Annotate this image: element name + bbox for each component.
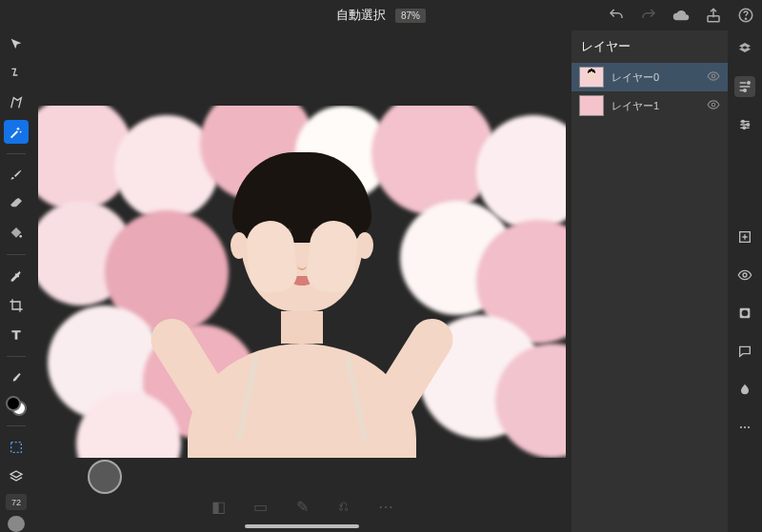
type-tool[interactable] [4, 324, 29, 347]
layer-thumbnail [579, 67, 604, 88]
option-3-icon[interactable]: ✎ [293, 498, 311, 515]
magic-wand-tool[interactable] [4, 120, 29, 144]
brush-preview[interactable] [8, 516, 25, 532]
marquee-icon[interactable] [4, 436, 29, 460]
eraser-tool[interactable] [4, 192, 29, 216]
option-1-icon[interactable]: ◧ [210, 498, 227, 515]
undo-icon[interactable] [608, 7, 625, 24]
option-2-icon[interactable]: ▭ [251, 498, 269, 515]
layer-row-1[interactable]: レイヤー1 [572, 91, 728, 120]
properties-tab-icon[interactable] [734, 76, 755, 97]
left-toolbar: 72 [0, 30, 32, 532]
crop-tool[interactable] [4, 294, 29, 318]
mask-icon[interactable] [734, 303, 755, 324]
adjustments-tab-icon[interactable] [734, 114, 755, 135]
svg-point-16 [740, 426, 742, 428]
svg-point-8 [744, 89, 747, 92]
svg-point-5 [712, 74, 715, 78]
add-icon[interactable] [734, 227, 755, 247]
cloud-icon[interactable] [672, 7, 690, 24]
layer-label: レイヤー1 [612, 99, 659, 113]
layer-thumbnail [579, 95, 604, 116]
layers-panel-title: レイヤー [572, 30, 728, 63]
canvas-area[interactable]: ◧ ▭ ✎ ⎌ ⋯ [32, 30, 572, 532]
options-bar: ◧ ▭ ✎ ⎌ ⋯ [210, 498, 394, 515]
svg-point-13 [743, 273, 747, 277]
top-bar: 自動選択 87% [0, 0, 762, 30]
svg-point-15 [742, 310, 749, 317]
color-swatch[interactable] [6, 396, 27, 416]
option-4-icon[interactable]: ⎌ [335, 498, 352, 515]
brush-cursor [88, 460, 122, 494]
color-picker-tool[interactable] [4, 366, 29, 390]
comment-icon[interactable] [734, 341, 755, 362]
layers-small-icon[interactable] [4, 464, 29, 488]
layer-label: レイヤー0 [612, 70, 659, 85]
canvas-image [38, 106, 566, 458]
layers-panel: レイヤー レイヤー0 レイヤー1 [572, 30, 728, 532]
svg-rect-4 [11, 443, 22, 453]
svg-point-17 [744, 426, 746, 428]
zoom-badge[interactable]: 87% [395, 9, 426, 23]
svg-point-18 [748, 426, 750, 428]
brush-tool[interactable] [4, 164, 29, 187]
effects-icon[interactable] [734, 379, 755, 400]
right-rail [728, 30, 762, 532]
visibility-rail-icon[interactable] [734, 265, 755, 286]
transform-tool[interactable] [4, 62, 29, 86]
more-icon[interactable] [734, 417, 755, 438]
move-tool[interactable] [4, 32, 29, 56]
home-indicator [245, 524, 359, 528]
redo-icon[interactable] [640, 7, 657, 24]
svg-point-2 [745, 18, 746, 19]
tool-title: 自動選択 [336, 7, 386, 24]
brush-size-value[interactable]: 72 [6, 494, 27, 510]
fill-tool[interactable] [4, 222, 29, 246]
share-icon[interactable] [705, 7, 722, 24]
subject-figure [188, 164, 416, 458]
visibility-icon[interactable] [707, 69, 720, 85]
visibility-icon[interactable] [707, 98, 720, 113]
svg-point-3 [19, 235, 22, 238]
svg-point-6 [712, 103, 715, 107]
help-icon[interactable] [737, 7, 754, 24]
svg-point-7 [748, 82, 751, 85]
eyedropper-tool[interactable] [4, 265, 29, 288]
layer-row-0[interactable]: レイヤー0 [572, 63, 728, 91]
lasso-tool[interactable] [4, 90, 29, 114]
more-options-icon[interactable]: ⋯ [377, 498, 394, 515]
layers-tab-icon[interactable] [734, 38, 755, 59]
